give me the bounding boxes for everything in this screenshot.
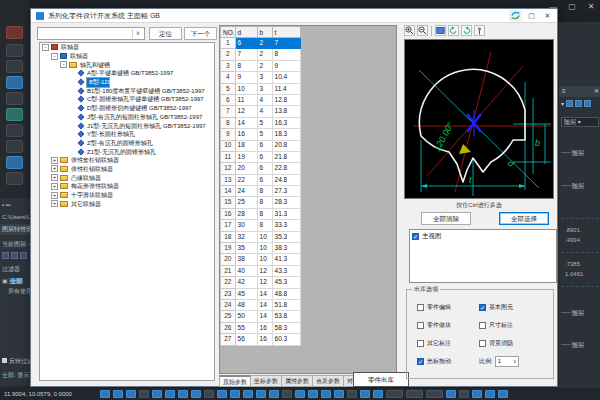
row-number-cell[interactable]: 20 <box>221 254 236 265</box>
tree-expand-toggle[interactable]: + <box>51 183 58 190</box>
status-toggle-button[interactable] <box>347 390 357 398</box>
data-cell[interactable]: 40 <box>235 265 257 276</box>
tree-expand-toggle[interactable]: + <box>51 174 58 181</box>
set-current-icon[interactable] <box>20 252 27 259</box>
clear-all-button[interactable]: 全部清除 <box>421 212 471 225</box>
status-toggle-button[interactable] <box>485 390 495 398</box>
data-cell[interactable]: 8 <box>257 186 272 197</box>
row-number-cell[interactable]: 15 <box>221 197 236 208</box>
table-row[interactable]: 510311.4 <box>221 83 301 94</box>
status-toggle-button[interactable] <box>459 390 469 398</box>
view-list-item[interactable]: ✓ 主视图 <box>412 232 554 241</box>
table-column-header[interactable]: NO. <box>221 27 236 38</box>
data-cell[interactable]: 30 <box>235 220 257 231</box>
data-cell[interactable]: 2 <box>257 60 272 71</box>
status-toggle-button[interactable] <box>126 390 136 398</box>
row-number-cell[interactable]: 26 <box>221 322 236 333</box>
data-cell[interactable]: 33.3 <box>272 220 300 231</box>
status-toggle-button[interactable] <box>308 390 318 398</box>
status-toggle-button[interactable] <box>113 390 123 398</box>
data-cell[interactable]: 18 <box>235 140 257 151</box>
data-cell[interactable]: 3 <box>257 72 272 83</box>
preview-image-icon[interactable] <box>435 25 446 36</box>
data-cell[interactable]: 20 <box>235 163 257 174</box>
tree-item[interactable]: -联轴器 <box>40 43 214 52</box>
option-checkbox[interactable]: 背景消隐 <box>479 339 513 348</box>
data-cell[interactable]: 8 <box>272 49 300 60</box>
data-cell[interactable]: 14 <box>257 311 272 322</box>
table-row[interactable]: 1525828.3 <box>221 197 301 208</box>
chevron-down-icon[interactable]: ∨ <box>132 29 143 38</box>
data-cell[interactable]: 55 <box>235 322 257 333</box>
data-cell[interactable]: 35 <box>235 243 257 254</box>
status-toggle-button[interactable] <box>230 390 240 398</box>
row-number-cell[interactable]: 21 <box>221 265 236 276</box>
row-number-cell[interactable]: 12 <box>221 163 236 174</box>
row-number-cell[interactable]: 16 <box>221 208 236 219</box>
dialog-maximize-button[interactable]: ▢ <box>525 10 538 21</box>
data-cell[interactable]: 60.3 <box>272 334 300 345</box>
palette-close-icon[interactable]: ✕ <box>594 88 599 94</box>
data-cell[interactable]: 16 <box>257 322 272 333</box>
data-cell[interactable]: 6 <box>257 174 272 185</box>
bylayer-row[interactable]: 随层 <box>561 150 600 156</box>
bylayer-dropdown[interactable]: 随层 ▾ <box>561 117 599 127</box>
chevron-down-icon[interactable]: ▾ <box>561 101 564 107</box>
data-cell[interactable]: 10 <box>257 231 272 242</box>
table-row[interactable]: 1322624.8 <box>221 174 301 185</box>
table-row[interactable]: 20381041.3 <box>221 254 301 265</box>
table-column-header[interactable]: d <box>235 27 257 38</box>
row-number-cell[interactable]: 25 <box>221 311 236 322</box>
tree-item[interactable]: B1型-180度布置平键双键槽 GB/T3852-1997 <box>40 86 214 95</box>
window-maximize-button[interactable]: ▢ <box>567 1 577 13</box>
option-checkbox[interactable]: 其它标注 <box>417 339 451 348</box>
select-objects-icon[interactable] <box>584 100 591 107</box>
table-row[interactable]: 49310.4 <box>221 72 301 83</box>
row-number-cell[interactable]: 27 <box>221 334 236 345</box>
checkbox-icon[interactable] <box>417 340 424 347</box>
status-toggle-button[interactable] <box>204 390 214 398</box>
tool-icon[interactable] <box>6 92 23 105</box>
table-column-header[interactable]: b <box>257 27 272 38</box>
tree-item[interactable]: Z型-有沉孔的圆锥形轴孔 <box>40 139 214 148</box>
parameter-tab[interactable]: 坐标参数 <box>251 375 282 387</box>
data-cell[interactable]: 10 <box>257 254 272 265</box>
data-cell[interactable]: 22.8 <box>272 163 300 174</box>
tree-item[interactable]: Y型-长圆柱形轴孔 <box>40 130 214 139</box>
tool-icon[interactable] <box>6 124 23 137</box>
parameter-tab[interactable]: 点表参数 <box>313 375 344 387</box>
part-preview-canvas[interactable]: 120.00° b d t <box>404 39 554 199</box>
option-checkbox[interactable]: 尺寸标注 <box>479 321 513 330</box>
data-cell[interactable]: 8 <box>235 60 257 71</box>
tool-icon[interactable] <box>6 140 23 153</box>
data-cell[interactable]: 6 <box>257 151 272 162</box>
table-row[interactable]: 916518.3 <box>221 129 301 140</box>
data-cell[interactable]: 8 <box>257 208 272 219</box>
data-cell[interactable]: 45.3 <box>272 277 300 288</box>
table-row[interactable]: 24481451.8 <box>221 299 301 310</box>
data-cell[interactable]: 7 <box>235 49 257 60</box>
next-button[interactable]: 下一个 <box>184 27 217 40</box>
table-row[interactable]: 712413.8 <box>221 106 301 117</box>
data-cell[interactable]: 32 <box>235 231 257 242</box>
row-number-cell[interactable]: 5 <box>221 83 236 94</box>
table-row[interactable]: 19351038.3 <box>221 243 301 254</box>
data-cell[interactable]: 45 <box>235 288 257 299</box>
tree-expand-toggle[interactable]: + <box>51 192 58 199</box>
table-row[interactable]: 814516.3 <box>221 117 301 128</box>
data-cell[interactable]: 27.3 <box>272 186 300 197</box>
data-cell[interactable]: 28.3 <box>272 197 300 208</box>
checkbox-icon[interactable] <box>417 304 424 311</box>
data-cell[interactable]: 19 <box>235 151 257 162</box>
data-cell[interactable]: 18.3 <box>272 129 300 140</box>
property-value[interactable]: 1.0461 <box>565 271 583 277</box>
table-row[interactable]: 3829 <box>221 60 301 71</box>
row-number-cell[interactable]: 7 <box>221 106 236 117</box>
row-number-cell[interactable]: 13 <box>221 174 236 185</box>
data-cell[interactable]: 41.3 <box>272 254 300 265</box>
rotate-left-icon[interactable] <box>448 25 459 36</box>
select-all-button[interactable]: 全部选择 <box>499 212 549 225</box>
status-toggle-button[interactable] <box>334 390 344 398</box>
data-cell[interactable]: 24 <box>235 186 257 197</box>
row-number-cell[interactable]: 9 <box>221 129 236 140</box>
